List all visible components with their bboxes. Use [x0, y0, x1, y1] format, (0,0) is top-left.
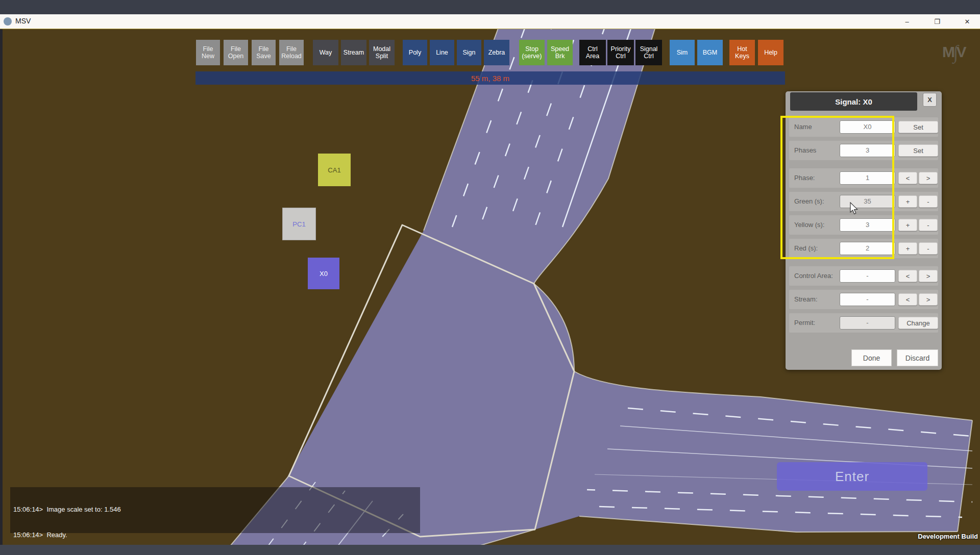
- toolbar-button-zebra[interactable]: Zebra: [484, 40, 509, 65]
- toolbar-button-poly[interactable]: Poly: [403, 40, 427, 65]
- green-plus-button[interactable]: +: [898, 195, 917, 208]
- msv-logo: M ∫ V: [942, 41, 966, 63]
- control-area-input[interactable]: -: [840, 269, 895, 283]
- stream-next-button[interactable]: >: [919, 293, 938, 306]
- map-left-border: [0, 29, 3, 545]
- window-title: MSV: [15, 17, 31, 25]
- development-build-watermark: Development Build: [918, 533, 978, 540]
- app-icon: [4, 17, 12, 26]
- toolbar-button-stop-serve[interactable]: Stop (serve): [519, 40, 545, 65]
- stream-prev-button[interactable]: <: [898, 293, 917, 306]
- map-object-x0[interactable]: X0: [308, 258, 339, 289]
- discard-button[interactable]: Discard: [897, 349, 938, 366]
- window-bottom-strip: [0, 545, 980, 555]
- permit-label: Permit:: [794, 313, 815, 333]
- map-object-pc1[interactable]: PC1: [282, 208, 316, 240]
- window-top-strip: [0, 0, 980, 14]
- green-minus-button[interactable]: -: [919, 195, 938, 208]
- map-object-ca1[interactable]: CA1: [318, 154, 351, 186]
- toolbar-button-modal-split[interactable]: Modal Split: [369, 40, 395, 65]
- toolbar-button-way[interactable]: Way: [313, 40, 338, 65]
- phases-set-button[interactable]: Set: [898, 144, 938, 157]
- window-title-bar: [0, 14, 980, 29]
- row-stream: Stream: - < >: [789, 290, 938, 309]
- phase-prev-button[interactable]: <: [898, 172, 917, 184]
- measure-bar: 55 m, 38 m: [195, 71, 785, 85]
- close-window-icon[interactable]: ✕: [959, 14, 976, 29]
- enter-button[interactable]: Enter: [777, 462, 927, 491]
- toolbar-button-signal-ctrl[interactable]: Signal Ctrl: [635, 40, 662, 65]
- toolbar-button-file-open[interactable]: File Open: [224, 40, 248, 65]
- toolbar-button-stream[interactable]: Stream: [341, 40, 366, 65]
- toolbar-button-sign[interactable]: Sign: [457, 40, 481, 65]
- tutorial-highlight-rectangle: [780, 116, 894, 259]
- name-set-button[interactable]: Set: [898, 121, 938, 133]
- control-area-label: Control Area:: [794, 266, 833, 286]
- app-window: 15:06:14> Image scale set to: 1.546 15:0…: [0, 0, 980, 555]
- toolbar-button-file-save[interactable]: File Save: [252, 40, 276, 65]
- toolbar-button-line[interactable]: Line: [430, 40, 454, 65]
- toolbar-button-ctrl-area[interactable]: Ctrl Area: [579, 40, 606, 65]
- row-permit: Permit: - Change: [789, 313, 938, 333]
- toolbar-button-sim[interactable]: Sim: [670, 40, 695, 65]
- control-area-next-button[interactable]: >: [919, 270, 938, 282]
- minimize-icon[interactable]: –: [898, 14, 916, 29]
- yellow-minus-button[interactable]: -: [919, 219, 938, 231]
- toolbar-button-bgm[interactable]: BGM: [697, 40, 723, 65]
- red-minus-button[interactable]: -: [919, 242, 938, 255]
- phase-next-button[interactable]: >: [919, 172, 938, 184]
- stream-label: Stream:: [794, 290, 818, 309]
- maximize-icon[interactable]: ❐: [928, 14, 946, 29]
- yellow-plus-button[interactable]: +: [898, 219, 917, 231]
- log-line: 15:06:14> Image scale set to: 1.546: [13, 506, 126, 514]
- done-button[interactable]: Done: [851, 349, 892, 366]
- stream-input[interactable]: -: [840, 293, 895, 306]
- toolbar-button-priority-ctrl[interactable]: Priority Ctrl: [607, 40, 634, 65]
- toolbar-button-hot-keys[interactable]: Hot Keys: [729, 40, 755, 65]
- close-icon[interactable]: X: [923, 93, 937, 107]
- permit-input[interactable]: -: [840, 316, 895, 330]
- toolbar-button-file-reload[interactable]: File Reload: [279, 40, 304, 65]
- toolbar-button-file-new[interactable]: File New: [196, 40, 220, 65]
- signal-dialog-title: Signal: X0: [790, 92, 917, 111]
- log-line: 15:06:14> Ready.: [13, 531, 126, 540]
- measure-readout: 55 m, 38 m: [471, 74, 509, 83]
- toolbar-button-help[interactable]: Help: [758, 40, 783, 65]
- msv-logo-v: V: [956, 43, 966, 61]
- red-plus-button[interactable]: +: [898, 242, 917, 255]
- control-area-prev-button[interactable]: <: [898, 270, 917, 282]
- mouse-cursor: [849, 202, 862, 216]
- toolbar-button-speed-brk[interactable]: Speed Brk: [547, 40, 573, 65]
- permit-change-button[interactable]: Change: [898, 317, 938, 329]
- row-control-area: Control Area: - < >: [789, 266, 938, 286]
